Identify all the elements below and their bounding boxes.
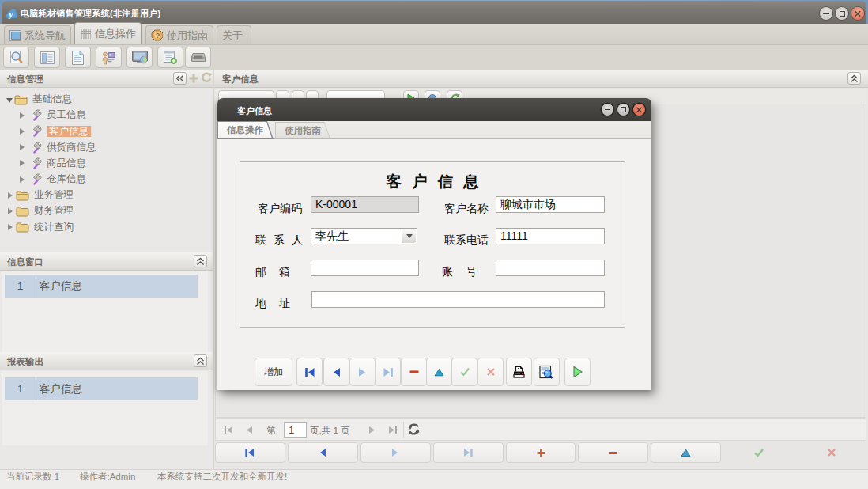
svg-text:?: ? (156, 32, 160, 40)
svg-text:y: y (7, 9, 13, 19)
